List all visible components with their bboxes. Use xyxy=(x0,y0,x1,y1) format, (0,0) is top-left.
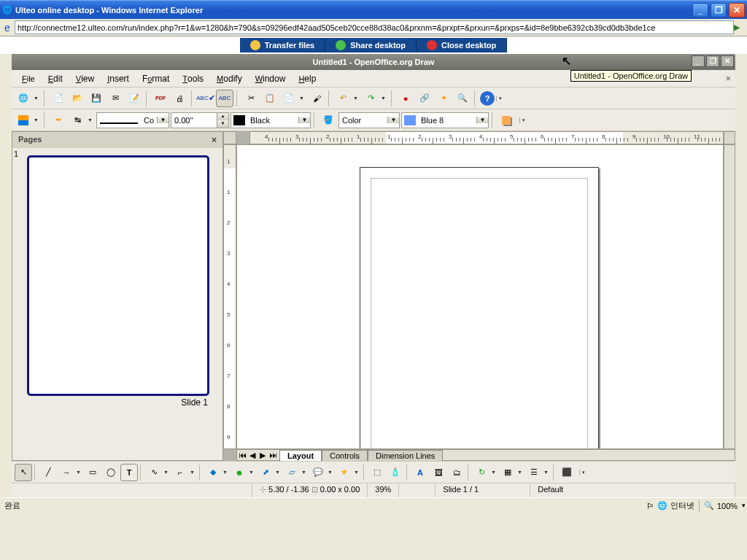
menu-file[interactable]: File xyxy=(16,72,41,85)
undo-button[interactable]: ↶ xyxy=(334,90,352,107)
spellcheck-button[interactable]: ABC✔ xyxy=(197,90,214,107)
callouts-tool[interactable]: 💬 xyxy=(309,464,327,481)
save-button[interactable]: 💾 xyxy=(88,90,105,107)
navigator-button[interactable]: ✦ xyxy=(435,90,452,107)
status-zoom[interactable]: 39% xyxy=(368,483,399,497)
pages-panel-title: Pages× xyxy=(12,132,222,148)
area-button[interactable]: 🪣 xyxy=(320,112,337,129)
connector-tool[interactable]: ⌐ xyxy=(171,464,189,481)
menu-view[interactable]: View xyxy=(70,72,100,85)
select-tool[interactable]: ↖ xyxy=(15,464,32,481)
new-button[interactable]: 📄 xyxy=(50,90,67,107)
zoom-button[interactable]: 🔍 xyxy=(454,90,471,107)
arrange-tool[interactable]: ☰ xyxy=(525,464,543,481)
pdf-button[interactable]: PDF xyxy=(152,90,169,107)
open-url-button[interactable]: 🌐 xyxy=(15,90,32,107)
copy-button[interactable]: 📋 xyxy=(261,90,279,107)
arrow-tool[interactable]: → xyxy=(58,464,75,481)
drawbar-expand-icon[interactable]: ▾ xyxy=(579,470,587,475)
toolbar-expand-icon[interactable]: ▾ xyxy=(496,96,503,101)
arrow-style-button[interactable]: ↹ xyxy=(69,112,86,129)
ellipse-tool[interactable]: ◯ xyxy=(102,464,120,481)
align-tool[interactable]: ▦ xyxy=(499,464,516,481)
line-width-spin[interactable]: 0.00"▲▼ xyxy=(171,112,229,128)
fill-color-combo[interactable]: Blue 8▼ xyxy=(401,112,489,128)
line-end-button[interactable]: ✒ xyxy=(50,112,67,129)
menu-format[interactable]: Format xyxy=(136,72,175,85)
flowchart-tool[interactable]: ▱ xyxy=(283,464,301,481)
ie-go-icon[interactable]: ▶ xyxy=(734,23,747,32)
symbol-shapes-tool[interactable]: ☻ xyxy=(231,464,248,481)
last-tab-button[interactable]: ⏭ xyxy=(268,451,278,459)
block-arrows-tool[interactable]: ⬈ xyxy=(257,464,274,481)
horizontal-scrollbar[interactable]: ⏮ ◀ ▶ ⏭ Layout Controls Dimension Lines xyxy=(236,449,735,461)
stars-tool[interactable]: ★ xyxy=(336,464,353,481)
share-desktop-button[interactable]: Share desktop xyxy=(325,38,417,52)
app-close-button[interactable]: ✕ xyxy=(721,55,734,67)
first-tab-button[interactable]: ⏮ xyxy=(237,451,247,459)
paste-button[interactable]: 📄 xyxy=(280,90,298,107)
menu-modify[interactable]: Modify xyxy=(211,72,248,85)
redo-button[interactable]: ↷ xyxy=(362,90,379,107)
prev-tab-button[interactable]: ◀ xyxy=(247,451,258,460)
email-button[interactable]: ✉ xyxy=(107,90,124,107)
gallery-tool[interactable]: 🗂 xyxy=(448,464,465,481)
shadow-button[interactable] xyxy=(498,112,515,129)
app-minimize-button[interactable]: _ xyxy=(692,55,705,67)
ie-title: Ulteo online desktop - Windows Internet … xyxy=(12,6,692,15)
ie-url-input[interactable] xyxy=(15,20,734,34)
line-color-combo[interactable]: Black▼ xyxy=(231,112,311,128)
menu-window[interactable]: Window xyxy=(249,72,292,85)
arrange-button[interactable] xyxy=(15,112,32,129)
chart-button[interactable]: ● xyxy=(397,90,414,107)
tab-controls[interactable]: Controls xyxy=(322,450,368,461)
line-style-combo[interactable]: Co▼ xyxy=(96,112,169,128)
points-tool[interactable]: ⬚ xyxy=(368,464,386,481)
line-tool[interactable]: ╱ xyxy=(39,464,57,481)
hyperlink-button[interactable]: 🔗 xyxy=(416,90,433,107)
print-button[interactable]: 🖨 xyxy=(171,90,188,107)
menu-tools[interactable]: Tools xyxy=(177,72,209,85)
menu-help[interactable]: Help xyxy=(293,72,322,85)
tab-layout[interactable]: Layout xyxy=(279,450,322,461)
extrude-tool[interactable]: ⬛ xyxy=(558,464,576,481)
rectangle-tool[interactable]: ▭ xyxy=(84,464,101,481)
edit-mode-button[interactable]: 📝 xyxy=(125,90,143,107)
menu-edit[interactable]: Edit xyxy=(42,72,69,85)
drawing-canvas[interactable] xyxy=(236,144,724,449)
open-button[interactable]: 📂 xyxy=(69,90,86,107)
horizontal-ruler[interactable]: 4321123456789101112 xyxy=(249,131,724,144)
next-tab-button[interactable]: ▶ xyxy=(258,451,268,460)
fontwork-tool[interactable]: A xyxy=(411,464,429,481)
transfer-files-button[interactable]: Transfer files xyxy=(240,38,325,52)
blue-swatch-icon xyxy=(404,115,416,125)
format-paint-button[interactable]: 🖌 xyxy=(308,90,325,107)
menu-insert[interactable]: Insert xyxy=(101,72,135,85)
text-tool[interactable]: T xyxy=(120,464,138,481)
work-area: Pages× 1 Slide 1 4321123456789101112 112… xyxy=(12,131,735,461)
close-desktop-button[interactable]: Close desktop xyxy=(417,38,507,52)
vertical-ruler[interactable]: 1123456789 xyxy=(223,144,236,449)
cut-button[interactable]: ✂ xyxy=(242,90,260,107)
pages-panel-close-button[interactable]: × xyxy=(212,135,217,145)
line-fill-toolbar: ▼ ✒ ↹▼ Co▼ 0.00"▲▼ Black▼ 🪣 Color▼ Blue … xyxy=(12,109,735,131)
autospell-button[interactable]: ABC xyxy=(216,90,233,107)
tab-dimension[interactable]: Dimension Lines xyxy=(368,450,443,461)
basic-shapes-tool[interactable]: ◆ xyxy=(204,464,222,481)
ie-zoom[interactable]: 🔍100%▼ xyxy=(699,500,743,512)
vertical-scrollbar[interactable] xyxy=(724,144,735,449)
help-button[interactable]: ? xyxy=(480,91,495,106)
glue-tool[interactable]: 🧴 xyxy=(387,464,404,481)
ie-minimize-button[interactable]: _ xyxy=(692,3,708,18)
curve-tool[interactable]: ∿ xyxy=(145,464,163,481)
from-file-tool[interactable]: 🖼 xyxy=(430,464,447,481)
page[interactable] xyxy=(360,167,599,449)
doc-close-button[interactable]: × xyxy=(725,73,731,84)
ie-maximize-button[interactable]: ❐ xyxy=(711,3,727,18)
app-maximize-button[interactable]: ❐ xyxy=(706,55,719,67)
slide-thumbnail[interactable] xyxy=(27,155,209,396)
toolbar2-expand-icon[interactable]: ▾ xyxy=(519,117,527,123)
rotate-tool[interactable]: ↻ xyxy=(473,464,490,481)
fill-type-combo[interactable]: Color▼ xyxy=(338,112,400,128)
ie-close-button[interactable]: ✕ xyxy=(729,3,745,18)
